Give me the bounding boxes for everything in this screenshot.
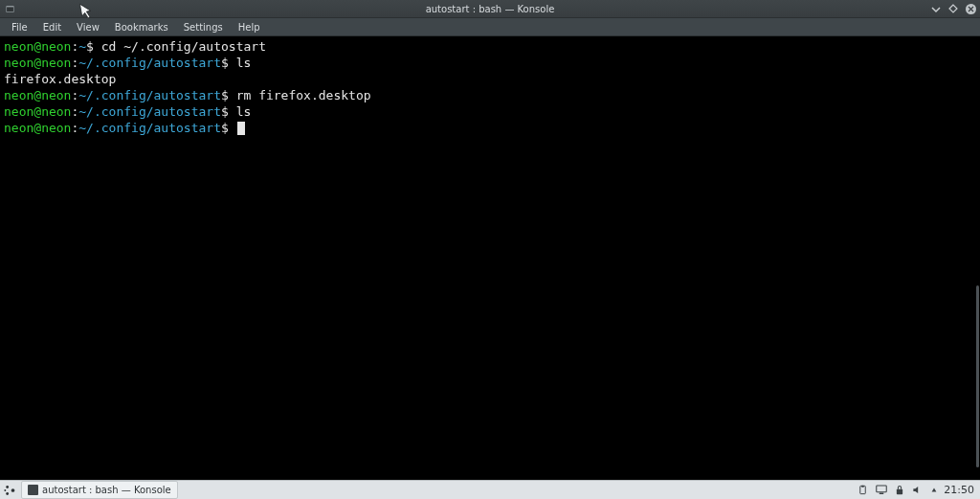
prompt-symbol: $ [221, 88, 236, 102]
svg-point-5 [4, 489, 6, 491]
prompt-user: neon@neon [4, 56, 71, 70]
svg-rect-7 [861, 486, 864, 488]
terminal-command: ls [236, 56, 252, 70]
display-icon[interactable] [876, 485, 887, 495]
terminal-line: neon@neon:~/.config/autostart$ rm firefo… [4, 87, 976, 103]
terminal-line: neon@neon:~/.config/autostart$ ls [4, 103, 976, 120]
window-controls [930, 3, 976, 14]
svg-rect-10 [897, 489, 902, 495]
taskbar-entry-konsole[interactable]: autostart : bash — Konsole [21, 481, 178, 499]
svg-rect-8 [877, 486, 887, 492]
konsole-icon [28, 485, 38, 495]
menu-settings[interactable]: Settings [176, 20, 231, 34]
prompt-user: neon@neon [4, 88, 71, 102]
prompt-user: neon@neon [4, 121, 71, 135]
volume-icon[interactable] [912, 485, 923, 495]
menu-bookmarks[interactable]: Bookmarks [107, 20, 176, 34]
close-button[interactable] [965, 3, 976, 14]
terminal-command: ls [236, 104, 252, 119]
prompt-symbol: $ [221, 121, 236, 135]
svg-rect-1 [7, 7, 13, 11]
prompt-symbol: $ [221, 104, 236, 119]
lock-icon[interactable] [895, 485, 904, 495]
terminal-line: neon@neon:~/.config/autostart$ ls [4, 55, 976, 71]
svg-point-3 [6, 486, 9, 488]
menu-help[interactable]: Help [231, 20, 268, 34]
terminal-line: neon@neon:~/.config/autostart$ [4, 120, 976, 136]
menubar: File Edit View Bookmarks Settings Help [0, 18, 980, 36]
prompt-path: ~/.config/autostart [78, 56, 221, 70]
system-tray [852, 485, 944, 495]
menu-view[interactable]: View [69, 20, 107, 34]
app-icon [4, 3, 15, 14]
minimize-button[interactable] [930, 3, 942, 14]
scrollbar-thumb[interactable] [976, 285, 979, 467]
prompt-symbol: $ [86, 39, 101, 54]
window-title: autostart : bash — Konsole [426, 4, 555, 14]
menu-edit[interactable]: Edit [35, 20, 69, 34]
terminal-line: neon@neon:~$ cd ~/.config/autostart [4, 38, 976, 55]
taskbar-entry-label: autostart : bash — Konsole [42, 485, 171, 495]
panel-clock[interactable]: 21:50 [944, 484, 980, 496]
prompt-user: neon@neon [4, 104, 71, 119]
svg-point-2 [11, 488, 15, 492]
terminal-output: firefox.desktop [4, 72, 116, 86]
svg-point-4 [6, 492, 9, 495]
terminal-view[interactable]: neon@neon:~$ cd ~/.config/autostartneon@… [0, 36, 980, 487]
prompt-path: ~/.config/autostart [78, 88, 221, 102]
clipboard-icon[interactable] [858, 485, 868, 495]
menu-file[interactable]: File [4, 20, 35, 34]
terminal-command: cd ~/.config/autostart [101, 39, 266, 54]
terminal-line: firefox.desktop [4, 71, 976, 87]
svg-rect-9 [880, 493, 884, 495]
prompt-path: ~/.config/autostart [78, 104, 221, 119]
prompt-symbol: $ [221, 56, 236, 70]
window-titlebar: autostart : bash — Konsole [0, 0, 980, 18]
taskbar: autostart : bash — Konsole 21:50 [0, 480, 980, 499]
tray-expand-icon[interactable] [930, 487, 938, 494]
terminal-cursor [237, 122, 245, 135]
prompt-user: neon@neon [4, 39, 71, 54]
prompt-path: ~/.config/autostart [78, 121, 221, 135]
maximize-button[interactable] [947, 3, 959, 14]
prompt-path: ~ [78, 39, 86, 54]
application-launcher-icon[interactable] [1, 482, 18, 499]
terminal-command: rm firefox.desktop [236, 88, 371, 102]
